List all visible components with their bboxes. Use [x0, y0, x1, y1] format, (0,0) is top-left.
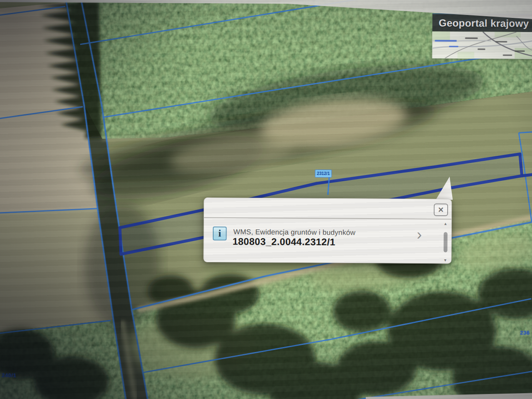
- parcel-label: 240/1: [2, 372, 17, 378]
- popup-scrollbar[interactable]: ▲ ▼: [442, 222, 449, 262]
- thumbnail-map-art: [432, 32, 532, 59]
- brand-title: Geoportal krajowy: [438, 17, 529, 30]
- geoportal-map-screen[interactable]: 240/1 236 2312/1 Geoportal krajowy: [0, 0, 532, 399]
- brand-title-bar: Geoportal krajowy: [432, 13, 532, 32]
- chevron-right-icon[interactable]: ›: [417, 227, 422, 242]
- close-icon[interactable]: ✕: [434, 204, 448, 217]
- selected-parcel-label: 2312/1: [315, 170, 332, 177]
- popup-body: ✕ i WMS, Ewidencja gruntów i budynków 18…: [203, 197, 452, 264]
- scroll-down-icon[interactable]: ▼: [443, 259, 447, 262]
- popup-divider: [204, 217, 451, 220]
- info-icon: i: [213, 227, 227, 241]
- overview-map-thumbnail[interactable]: [432, 32, 532, 59]
- scrollbar-thumb[interactable]: [443, 232, 447, 253]
- scroll-up-icon[interactable]: ▲: [443, 222, 447, 226]
- parcel-id-text: 180803_2.0044.2312/1: [232, 236, 335, 248]
- basemap-switcher-widget[interactable]: Geoportal krajowy: [432, 13, 532, 59]
- parcel-label: 236: [520, 329, 530, 335]
